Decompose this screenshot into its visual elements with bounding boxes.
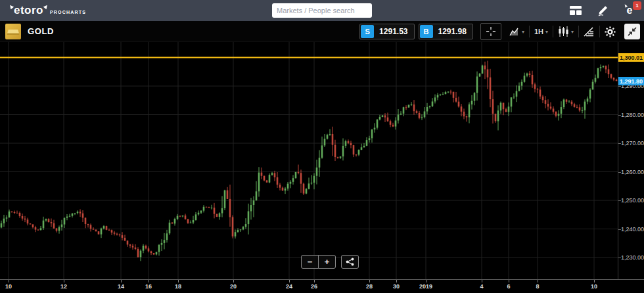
time-tick-dash (426, 280, 426, 282)
candle-body (448, 92, 449, 93)
candle-body (164, 240, 166, 243)
candle-body (490, 78, 492, 99)
candle-body (53, 223, 55, 229)
candle-body (482, 66, 484, 74)
gold-instrument-icon[interactable] (5, 24, 21, 39)
header-icons: e 1 (569, 0, 636, 21)
candle-body (264, 176, 265, 181)
candle-body (253, 200, 255, 205)
candle-body (56, 229, 58, 231)
share-icon (346, 258, 354, 266)
candle-body (190, 223, 192, 223)
crosshair-icon (486, 26, 496, 37)
candle-body (405, 107, 407, 108)
hline-price-flag: 1,300.01 (618, 53, 644, 62)
candle-body (411, 104, 413, 105)
search-input[interactable] (277, 7, 370, 14)
candle-body (214, 208, 216, 214)
settings-button[interactable] (600, 23, 620, 40)
zoom-in-button[interactable]: + (318, 255, 336, 269)
candle-body (555, 112, 557, 116)
time-axis[interactable]: 10121416182024262830201946810 (0, 279, 644, 293)
indicators-button[interactable] (579, 23, 599, 40)
candle-body (416, 111, 418, 113)
candle-body (242, 227, 244, 229)
sell-button[interactable]: S 1291.53 (359, 24, 414, 39)
candle-body (387, 118, 389, 122)
candle-body (484, 66, 486, 70)
candle-body (492, 99, 494, 114)
buy-button[interactable]: B 1291.98 (419, 24, 473, 39)
candle-body (77, 212, 79, 213)
time-tick-dash (233, 280, 234, 282)
candle-body (185, 215, 187, 219)
zoom-controls: − + (301, 255, 359, 269)
time-tick-label: 2019 (419, 283, 432, 290)
candle-body (595, 78, 597, 82)
candle-body (174, 219, 176, 223)
candle-body (400, 114, 402, 115)
candle-body (72, 214, 74, 216)
candle-body (369, 138, 371, 140)
crosshair-button[interactable] (480, 23, 501, 40)
candle-body (332, 134, 334, 145)
candle-body (526, 74, 528, 76)
candle-body (195, 214, 197, 220)
candle-body (292, 178, 294, 182)
candle-body (64, 218, 66, 225)
candle-body (545, 100, 547, 104)
candle-body (584, 102, 586, 110)
candle-body (469, 104, 471, 118)
candle-body (285, 189, 287, 191)
candle-style-button[interactable]: ▾ (553, 23, 578, 40)
candle-body (479, 74, 481, 76)
toolbar-controls: S 1291.53 B 1291.98 ▾ 1H (359, 21, 643, 42)
candle-body (576, 107, 578, 108)
candle-body (150, 252, 152, 254)
candle-body (356, 154, 357, 155)
price-tick-label: 1,240.00 (621, 226, 644, 233)
candle-body (466, 116, 468, 117)
candle-body (379, 117, 381, 120)
candle-body (148, 248, 150, 251)
draw-pencil-icon[interactable] (596, 4, 609, 17)
candle-body (58, 227, 60, 231)
candle-body (329, 134, 331, 135)
candle-body (235, 232, 237, 237)
candle-body (266, 181, 268, 183)
candle-body (463, 112, 465, 116)
price-tick-label: 1,280.00 (621, 112, 644, 118)
search-box[interactable] (272, 3, 372, 18)
candlestick-icon (558, 26, 569, 37)
timeframe-button[interactable]: 1H ▾ (530, 23, 553, 40)
candlestick-chart[interactable] (0, 42, 618, 279)
candle-body (103, 226, 105, 229)
chart-area[interactable]: 1,290.001,280.001,270.001,260.001,250.00… (0, 42, 644, 279)
notifications-etoro-icon[interactable]: e 1 (623, 4, 636, 17)
candle-body (324, 139, 326, 145)
candle-body (384, 116, 386, 118)
etoro-logo[interactable]: etoro PROCHARTS (9, 4, 86, 17)
chart-type-button[interactable]: ▾ (505, 23, 529, 40)
collapse-chart-button[interactable] (624, 24, 640, 39)
candle-body (237, 230, 239, 232)
candle-body (95, 230, 97, 232)
candle-body (48, 219, 50, 222)
candle-body (132, 246, 134, 248)
candle-body (453, 92, 455, 98)
zoom-out-button[interactable]: − (301, 255, 319, 269)
candle-body (6, 217, 8, 219)
share-button[interactable] (341, 255, 359, 269)
candle-body (350, 143, 352, 145)
indicators-icon (584, 27, 595, 37)
candle-body (474, 93, 476, 101)
time-tick-label: 18 (175, 283, 181, 290)
time-tick-label: 10 (5, 283, 12, 290)
candle-body (179, 216, 181, 217)
candle-body (513, 97, 515, 97)
time-tick-label: 28 (366, 283, 373, 290)
candle-body (80, 212, 81, 213)
layout-grid-icon[interactable] (569, 4, 582, 17)
candle-body (158, 245, 160, 252)
candle-body (85, 217, 87, 223)
